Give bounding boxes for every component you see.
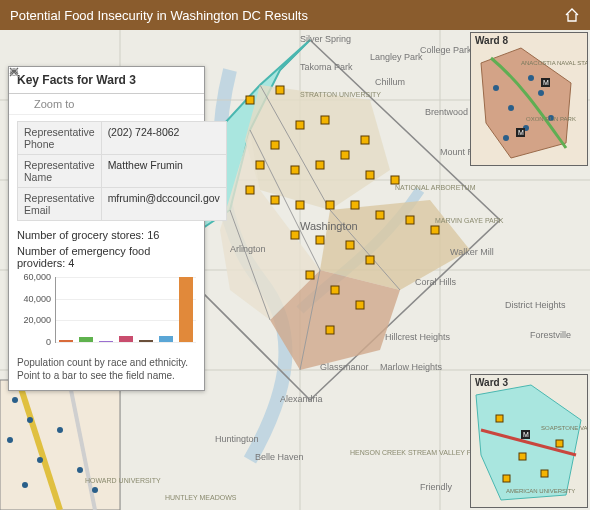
svg-rect-30 [346, 241, 354, 249]
label-national-arb: NATIONAL ARBORETUM [395, 184, 476, 191]
svg-rect-18 [366, 171, 374, 179]
fact-val: mfrumin@dccouncil.gov [101, 188, 226, 221]
svg-rect-19 [391, 176, 399, 184]
svg-rect-27 [431, 226, 439, 234]
popup-panel: Key Facts for Ward 3 Zoom to Representat… [8, 66, 205, 391]
svg-rect-9 [276, 86, 284, 94]
label-district-heights: District Heights [505, 300, 566, 310]
inset-ward3[interactable]: M SOAPSTONE VALLEY AMERICAN UNIVERSITY W… [470, 374, 588, 508]
svg-point-48 [493, 85, 499, 91]
app-title: Potential Food Insecurity in Washington … [10, 8, 564, 23]
label-huntley: HUNTLEY MEADOWS [165, 494, 237, 501]
stat-emergency: Number of emergency food providers: 4 [9, 243, 204, 271]
zoom-to-label: Zoom to [34, 98, 74, 110]
svg-rect-22 [296, 201, 304, 209]
main-map[interactable]: Silver Spring Takoma Park Langley Park C… [0, 30, 590, 510]
label-arlington: Arlington [230, 244, 266, 254]
label-howard-u: HOWARD UNIVERSITY [85, 477, 161, 484]
chart-bar[interactable] [79, 337, 93, 342]
svg-rect-21 [271, 196, 279, 204]
label-washington: Washington [300, 220, 358, 232]
label-huntington: Huntington [215, 434, 259, 444]
svg-rect-66 [541, 470, 548, 477]
label-forestville: Forestville [530, 330, 571, 340]
inset-ward8[interactable]: M M ANACOSTIA NAVAL STATION OXON RUN PAR… [470, 32, 588, 166]
svg-rect-34 [356, 301, 364, 309]
zoom-to-button[interactable]: Zoom to [9, 94, 204, 115]
label-brentwood: Brentwood [425, 107, 468, 117]
svg-point-43 [77, 467, 83, 473]
svg-rect-33 [331, 286, 339, 294]
svg-rect-13 [256, 161, 264, 169]
svg-rect-16 [341, 151, 349, 159]
svg-rect-12 [271, 141, 279, 149]
svg-text:OXON RUN PARK: OXON RUN PARK [526, 116, 576, 122]
svg-text:M: M [543, 79, 549, 86]
chart-bar[interactable] [159, 336, 173, 342]
close-icon[interactable] [182, 73, 196, 87]
fact-key: Representative Phone [18, 122, 102, 155]
svg-rect-11 [321, 116, 329, 124]
svg-rect-35 [326, 326, 334, 334]
svg-rect-24 [351, 201, 359, 209]
fact-key: Representative Name [18, 155, 102, 188]
svg-rect-36 [0, 380, 120, 510]
svg-rect-14 [291, 166, 299, 174]
chart-caption: Population count by race and ethnicity. … [9, 357, 204, 390]
svg-point-45 [11, 69, 18, 76]
svg-rect-28 [291, 231, 299, 239]
svg-point-38 [27, 417, 33, 423]
chart-bar[interactable] [179, 277, 193, 342]
svg-point-49 [508, 105, 514, 111]
svg-point-54 [528, 75, 534, 81]
svg-rect-31 [366, 256, 374, 264]
label-friendly: Friendly [420, 482, 453, 492]
svg-point-53 [503, 135, 509, 141]
chart-bar[interactable] [119, 336, 133, 343]
svg-line-46 [17, 75, 20, 78]
label-marvin-gaye: MARVIN GAYE PARK [435, 217, 504, 224]
svg-rect-29 [316, 236, 324, 244]
label-glassmanor: Glassmanor [320, 362, 369, 372]
chart-bar[interactable] [99, 341, 113, 342]
svg-rect-64 [496, 415, 503, 422]
svg-rect-65 [519, 453, 526, 460]
home-icon[interactable] [564, 7, 580, 23]
fact-key: Representative Email [18, 188, 102, 221]
svg-point-42 [57, 427, 63, 433]
svg-text:SOAPSTONE VALLEY: SOAPSTONE VALLEY [541, 425, 587, 431]
svg-point-37 [12, 397, 18, 403]
zoom-icon [17, 98, 29, 110]
popup-title: Key Facts for Ward 3 [17, 73, 156, 87]
svg-rect-20 [246, 186, 254, 194]
label-college-park: College Park [420, 45, 472, 55]
svg-rect-8 [246, 96, 254, 104]
svg-point-41 [22, 482, 28, 488]
label-takoma-park: Takoma Park [300, 62, 353, 72]
facts-table: Representative Phone(202) 724-8062 Repre… [17, 121, 227, 221]
svg-text:ANACOSTIA NAVAL STATION: ANACOSTIA NAVAL STATION [521, 60, 587, 66]
collapse-icon[interactable] [162, 73, 176, 87]
svg-text:AMERICAN UNIVERSITY: AMERICAN UNIVERSITY [506, 488, 575, 494]
svg-rect-67 [503, 475, 510, 482]
svg-rect-15 [316, 161, 324, 169]
svg-text:M: M [523, 431, 529, 438]
fact-val: (202) 724-8062 [101, 122, 226, 155]
label-coral-hills: Coral Hills [415, 277, 457, 287]
fact-val: Matthew Frumin [101, 155, 226, 188]
svg-rect-10 [296, 121, 304, 129]
popup-chart[interactable]: 020,00040,00060,000 [15, 277, 198, 355]
svg-rect-25 [376, 211, 384, 219]
chart-bar[interactable] [59, 340, 73, 342]
label-marlow-heights: Marlow Heights [380, 362, 443, 372]
svg-point-51 [538, 90, 544, 96]
stat-grocery: Number of grocery stores: 16 [9, 227, 204, 243]
label-henson: HENSON CREEK STREAM VALLEY PARK [350, 449, 486, 456]
svg-rect-26 [406, 216, 414, 224]
label-walker-mill: Walker Mill [450, 247, 494, 257]
chart-bar[interactable] [139, 340, 153, 342]
label-alexandria: Alexandria [280, 394, 323, 404]
popup-header: Key Facts for Ward 3 [9, 67, 204, 94]
label-silver-spring: Silver Spring [300, 34, 351, 44]
inset-ward3-label: Ward 3 [475, 377, 508, 388]
